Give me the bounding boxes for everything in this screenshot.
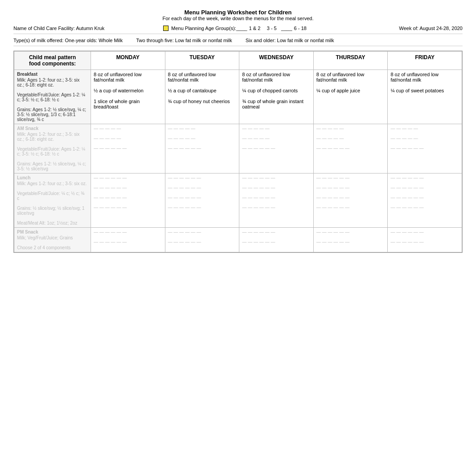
pm-snack-mon-2: — — — — — — (94, 239, 162, 244)
am-snack-monday: — — — — — — — — — — — — — — — — (91, 124, 165, 173)
am-snack-tuesday: — — — — — — — — — — — — — — — — (165, 124, 239, 173)
friday-breakfast-milk: 8 oz of unflavored low fat/nonfat milk (390, 72, 459, 82)
pm-snack-tuesday: — — — — — — — — — — — — (165, 228, 239, 252)
breakfast-thursday: 8 oz of unflavored low fat/nonfat milk ¼… (313, 70, 388, 124)
am-snack-fri-3: — — — — — — (390, 146, 459, 151)
monday-breakfast-milk: 8 oz of unflavored low fat/nonfat milk (94, 72, 162, 82)
lunch-thursday: — — — — — — — — — — — — — — — — — — — — … (313, 173, 388, 228)
checkbox-icon (163, 26, 169, 31)
pm-snack-thu-1: — — — — — — (316, 230, 385, 234)
lunch-tuesday: — — — — — — — — — — — — — — — — — — — — … (165, 173, 239, 228)
lunch-wed-1: — — — — — — (242, 175, 311, 180)
facility-info: Name of Child Care Facility: Autumn Kruk (13, 26, 163, 31)
monday-breakfast-grain: 1 slice of whole grain bread/toast (94, 99, 162, 109)
am-snack-wed-1: — — — — — (242, 126, 311, 131)
am-snack-row: AM Snack Milk: Ages 1-2: four oz.; 3-5: … (14, 124, 462, 173)
am-snack-fri-1: — — — — — (390, 126, 459, 131)
lunch-fri-3: — — — — — — (390, 195, 459, 200)
am-snack-wednesday: — — — — — — — — — — — — — — — — (239, 124, 314, 173)
lunch-mon-4: — — — — — — (94, 205, 162, 210)
lunch-thu-1: — — — — — — (316, 175, 385, 180)
milk-one-year: Type(s) of milk offered: One-year olds: … (13, 38, 123, 43)
lunch-friday: — — — — — — — — — — — — — — — — — — — — … (388, 173, 462, 228)
grains-pattern-label: Grains: Ages 1-2: ½ slice/svg, ¼ c; 3-5:… (17, 107, 88, 122)
breakfast-row: Breakfast Milk: Ages 1-2: four oz.; 3-5:… (14, 70, 462, 124)
page: Menu Planning Worksheet for Children For… (0, 0, 476, 262)
header: Menu Planning Worksheet for Children For… (13, 9, 463, 21)
am-snack-grain-label: Grains: Ages 1-2: ½ slice/svg, ¼ c; 3-5:… (17, 161, 88, 171)
am-snack-mon-2: — — — — — (94, 136, 162, 141)
lunch-thu-4: — — — — — — (316, 205, 385, 210)
pm-snack-wed-1: — — — — — — (242, 230, 311, 234)
lunch-grain-label: Grains: ½ slice/svg; ½ slice/svg; 1 slic… (17, 206, 88, 216)
pm-snack-fri-2: — — — — — — (390, 239, 459, 244)
am-snack-wed-2: — — — — — (242, 136, 311, 141)
lunch-veg-label: Vegetable/Fruit/Juice: ¼ c; ½ c; ¾ c (17, 191, 88, 201)
lunch-wed-3: — — — — — — (242, 195, 311, 200)
lunch-label: Lunch (17, 175, 88, 180)
age-group-info: Menu Planning Age Group(s):____ 1 & 2 3 … (163, 26, 313, 31)
breakfast-friday: 8 oz of unflavored low fat/nonfat milk ¼… (388, 70, 462, 124)
col-header-components: Child meal pattern food components: (14, 52, 91, 70)
lunch-protein-label: Meat/Meat Alt: 1oz; 1½oz; 2oz (17, 221, 88, 226)
breakfast-pattern-cell: Breakfast Milk: Ages 1-2: four oz.; 3-5:… (14, 70, 91, 124)
meal-table-wrapper: Child meal pattern food components: MOND… (13, 51, 463, 253)
am-snack-fri-2: — — — — — (390, 136, 459, 141)
lunch-monday: — — — — — — — — — — — — — — — — — — — — … (91, 173, 165, 228)
tuesday-breakfast-grain: ¾ cup of honey nut cheerios (168, 99, 237, 104)
col-title-line2: food components: (17, 61, 88, 67)
am-snack-tue-1: — — — — — (168, 126, 237, 131)
am-snack-label: AM Snack (17, 126, 88, 131)
facility-name: Autumn Kruk (76, 26, 104, 31)
breakfast-tuesday: 8 oz of unflavored low fat/nonfat milk ½… (165, 70, 239, 124)
pm-snack-thu-2: — — — — — — (316, 239, 385, 244)
lunch-fri-4: — — — — — — (390, 205, 459, 210)
thursday-breakfast-veg: ¼ cup of apple juice (316, 88, 385, 93)
breakfast-monday: 8 oz of unflavored low fat/nonfat milk ½… (91, 70, 165, 124)
milk-two-five: Two through five: Low fat milk or nonfat… (136, 38, 232, 43)
am-snack-thu-2: — — — — — (316, 136, 385, 141)
week-label: Week of: (399, 26, 418, 31)
am-snack-mon-3: — — — — — — (94, 146, 162, 151)
lunch-mon-2: — — — — — — (94, 185, 162, 190)
thursday-breakfast-milk: 8 oz of unflavored low fat/nonfat milk (316, 72, 385, 82)
lunch-mon-1: — — — — — — (94, 175, 162, 180)
meal-table: Child meal pattern food components: MOND… (14, 51, 462, 252)
pm-snack-label: PM Snack (17, 230, 88, 234)
am-snack-thu-1: — — — — — (316, 126, 385, 131)
lunch-fri-1: — — — — — — (390, 175, 459, 180)
pm-snack-row: PM Snack Milk; Veg/Fruit/Juice; Grains C… (14, 228, 462, 252)
friday-breakfast-veg: ¼ cup of sweet potatoes (390, 88, 459, 93)
wednesday-breakfast-grain: ¾ cup of whole grain instant oatmeal (242, 99, 311, 109)
pm-snack-tue-2: — — — — — — (168, 239, 237, 244)
am-snack-pattern-cell: AM Snack Milk: Ages 1-2: four oz.; 3-5: … (14, 124, 91, 173)
breakfast-label: Breakfast (17, 72, 88, 77)
lunch-wednesday: — — — — — — — — — — — — — — — — — — — — … (239, 173, 314, 228)
am-snack-tue-2: — — — — — (168, 136, 237, 141)
age-group-6-18: 6 - 18 (294, 26, 307, 31)
pm-snack-fri-1: — — — — — — (390, 230, 459, 234)
am-snack-friday: — — — — — — — — — — — — — — — — (388, 124, 462, 173)
col-header-tuesday: TUESDAY (165, 52, 239, 70)
col-header-monday: MONDAY (91, 52, 165, 70)
pm-snack-wed-2: — — — — — — (242, 239, 311, 244)
facility-label: Name of Child Care Facility: (13, 26, 75, 31)
milk-info-row: Type(s) of milk offered: One-year olds: … (13, 38, 463, 46)
age-group-3-5: 3 - 5 (267, 26, 277, 31)
milk-pattern-label: Milk: Ages 1-2: four oz.; 3-5: six oz.; … (17, 78, 88, 87)
lunch-tue-4: — — — — — — (168, 205, 237, 210)
wednesday-breakfast-milk: 8 oz of unflavored low fat/nonfat milk (242, 72, 311, 82)
am-snack-wed-3: — — — — — — (242, 146, 311, 151)
lunch-mon-3: — — — — — — (94, 195, 162, 200)
page-subtitle: For each day of the week, write down the… (13, 16, 463, 21)
pm-snack-thursday: — — — — — — — — — — — — (313, 228, 388, 252)
pm-snack-friday: — — — — — — — — — — — — (388, 228, 462, 252)
tuesday-breakfast-milk: 8 oz of unflavored low fat/nonfat milk (168, 72, 237, 82)
lunch-wed-2: — — — — — — (242, 185, 311, 190)
lunch-tue-3: — — — — — — (168, 195, 237, 200)
lunch-wed-4: — — — — — — (242, 205, 311, 210)
pm-snack-milk-label: Milk; Veg/Fruit/Juice; Grains (17, 235, 88, 240)
page-title: Menu Planning Worksheet for Children (13, 9, 463, 16)
pm-snack-pattern-cell: PM Snack Milk; Veg/Fruit/Juice; Grains C… (14, 228, 91, 252)
lunch-thu-2: — — — — — — (316, 185, 385, 190)
